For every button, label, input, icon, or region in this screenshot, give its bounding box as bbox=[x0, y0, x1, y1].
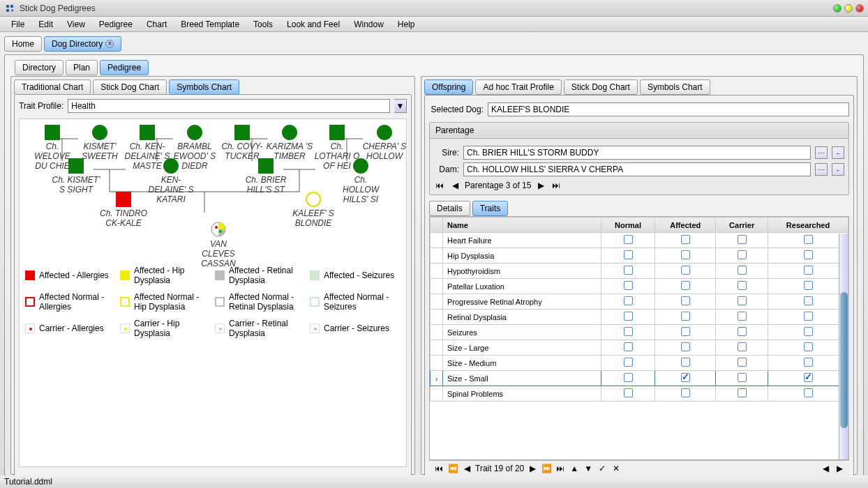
checkbox-cell[interactable] bbox=[655, 325, 716, 340]
right-tab-symbols-chart[interactable]: Symbols Chart bbox=[640, 79, 710, 95]
checkbox[interactable] bbox=[681, 342, 690, 351]
checkbox-cell[interactable] bbox=[601, 310, 655, 325]
checkbox[interactable] bbox=[804, 342, 813, 351]
checkbox-cell[interactable] bbox=[655, 371, 716, 386]
checkbox-cell[interactable] bbox=[768, 279, 848, 294]
table-vertical-scrollbar[interactable] bbox=[839, 234, 848, 459]
col-normal[interactable]: Normal bbox=[601, 218, 655, 233]
trait-nav-check-icon[interactable]: ✓ bbox=[597, 464, 608, 473]
menu-edit[interactable]: Edit bbox=[31, 17, 60, 31]
sire-lookup-button[interactable]: ⋯ bbox=[815, 146, 828, 159]
menu-window[interactable]: Window bbox=[347, 17, 391, 31]
checkbox[interactable] bbox=[681, 266, 690, 275]
checkbox-cell[interactable] bbox=[716, 248, 768, 264]
trait-nav-cancel-icon[interactable]: ✕ bbox=[611, 464, 622, 473]
detail-tab-traits[interactable]: Traits bbox=[472, 201, 509, 216]
checkbox[interactable] bbox=[624, 388, 633, 397]
checkbox[interactable] bbox=[624, 358, 633, 367]
pedigree-node[interactable]: CHERPA' S HOLLOW bbox=[360, 125, 409, 161]
checkbox-cell[interactable] bbox=[768, 340, 848, 356]
checkbox-cell[interactable] bbox=[716, 264, 768, 279]
pedigree-node[interactable]: Ch. KISMET' S SIGHT bbox=[52, 158, 100, 195]
checkbox-cell[interactable] bbox=[655, 279, 716, 294]
checkbox-cell[interactable] bbox=[716, 279, 768, 294]
col-carrier[interactable]: Carrier bbox=[716, 218, 768, 233]
table-row[interactable]: Size - Medium bbox=[431, 356, 848, 371]
checkbox-cell[interactable] bbox=[655, 264, 716, 279]
table-row[interactable]: Size - Large bbox=[431, 340, 848, 356]
table-row[interactable]: Hypothyroidism bbox=[431, 264, 848, 279]
checkbox-cell[interactable] bbox=[716, 371, 768, 386]
checkbox-cell[interactable] bbox=[716, 340, 768, 356]
checkbox[interactable] bbox=[804, 373, 813, 382]
checkbox[interactable] bbox=[681, 250, 690, 259]
checkbox[interactable] bbox=[804, 358, 813, 367]
checkbox[interactable] bbox=[681, 373, 690, 382]
checkbox-cell[interactable] bbox=[716, 325, 768, 340]
checkbox-cell[interactable] bbox=[768, 294, 848, 310]
checkbox-cell[interactable] bbox=[601, 233, 655, 248]
col-affected[interactable]: Affected bbox=[655, 218, 716, 233]
checkbox[interactable] bbox=[681, 327, 690, 336]
detail-tab-details[interactable]: Details bbox=[429, 201, 470, 216]
checkbox-cell[interactable] bbox=[655, 310, 716, 325]
trait-nav-down-icon[interactable]: ▼ bbox=[583, 464, 594, 473]
checkbox-cell[interactable] bbox=[768, 310, 848, 325]
trait-nav-next-icon[interactable]: ▶ bbox=[527, 464, 538, 473]
table-row[interactable]: Heart Failure bbox=[431, 233, 848, 248]
checkbox[interactable] bbox=[738, 342, 747, 351]
checkbox-cell[interactable] bbox=[601, 248, 655, 264]
checkbox-cell[interactable] bbox=[655, 340, 716, 356]
checkbox[interactable] bbox=[624, 235, 633, 244]
checkbox[interactable] bbox=[624, 296, 633, 305]
pedigree-node[interactable]: KARIZMA 'S TIMBER bbox=[265, 125, 314, 161]
checkbox[interactable] bbox=[681, 235, 690, 244]
sire-clear-button[interactable]: - bbox=[832, 146, 844, 159]
menu-help[interactable]: Help bbox=[391, 17, 422, 31]
nav-first-icon[interactable]: ⏮ bbox=[434, 181, 445, 190]
checkbox[interactable] bbox=[738, 312, 747, 321]
checkbox[interactable] bbox=[804, 312, 813, 321]
checkbox[interactable] bbox=[624, 312, 633, 321]
nav-prev-icon[interactable]: ◀ bbox=[449, 181, 461, 190]
trait-nav-last-icon[interactable]: ⏭ bbox=[555, 464, 566, 473]
maximize-button[interactable] bbox=[844, 4, 853, 13]
pedigree-node[interactable]: Ch. TINDRO CK-KALE bbox=[99, 192, 148, 228]
checkbox[interactable] bbox=[804, 327, 813, 336]
checkbox[interactable] bbox=[624, 281, 633, 290]
checkbox-cell[interactable] bbox=[601, 371, 655, 386]
tab-home[interactable]: Home bbox=[4, 36, 42, 52]
trait-nav-fastnext-icon[interactable]: ⏩ bbox=[541, 464, 552, 473]
checkbox-cell[interactable] bbox=[716, 356, 768, 371]
checkbox-cell[interactable] bbox=[768, 248, 848, 264]
checkbox-cell[interactable] bbox=[716, 233, 768, 248]
checkbox[interactable] bbox=[624, 342, 633, 351]
trait-nav-scroll-right-icon[interactable]: ▶ bbox=[834, 464, 845, 473]
checkbox-cell[interactable] bbox=[716, 310, 768, 325]
checkbox-cell[interactable] bbox=[655, 233, 716, 248]
checkbox[interactable] bbox=[804, 266, 813, 275]
secondary-tab-pedigree[interactable]: Pedigree bbox=[100, 60, 149, 75]
checkbox[interactable] bbox=[624, 266, 633, 275]
checkbox[interactable] bbox=[804, 296, 813, 305]
trait-nav-fastprev-icon[interactable]: ⏪ bbox=[447, 464, 458, 473]
menu-pedigree[interactable]: Pedigree bbox=[92, 17, 140, 31]
menu-tools[interactable]: Tools bbox=[246, 17, 280, 31]
checkbox[interactable] bbox=[624, 327, 633, 336]
chart-tab-symbols-chart[interactable]: Symbols Chart bbox=[169, 79, 239, 95]
checkbox-cell[interactable] bbox=[601, 279, 655, 294]
checkbox-cell[interactable] bbox=[768, 356, 848, 371]
col-researched[interactable]: Researched bbox=[768, 218, 848, 233]
checkbox-cell[interactable] bbox=[601, 325, 655, 340]
table-row[interactable]: Spinal Problems bbox=[431, 386, 848, 402]
checkbox[interactable] bbox=[738, 266, 747, 275]
pedigree-node[interactable]: KALEEF' S BLONDIE bbox=[289, 192, 338, 228]
checkbox-cell[interactable] bbox=[768, 371, 848, 386]
col-name[interactable]: Name bbox=[443, 218, 601, 233]
checkbox-cell[interactable] bbox=[768, 386, 848, 402]
table-row[interactable]: Hip Dysplasia bbox=[431, 248, 848, 264]
menu-chart[interactable]: Chart bbox=[140, 17, 174, 31]
checkbox-cell[interactable] bbox=[601, 294, 655, 310]
tab-dog-directory[interactable]: Dog Directory× bbox=[44, 36, 121, 52]
checkbox[interactable] bbox=[681, 358, 690, 367]
